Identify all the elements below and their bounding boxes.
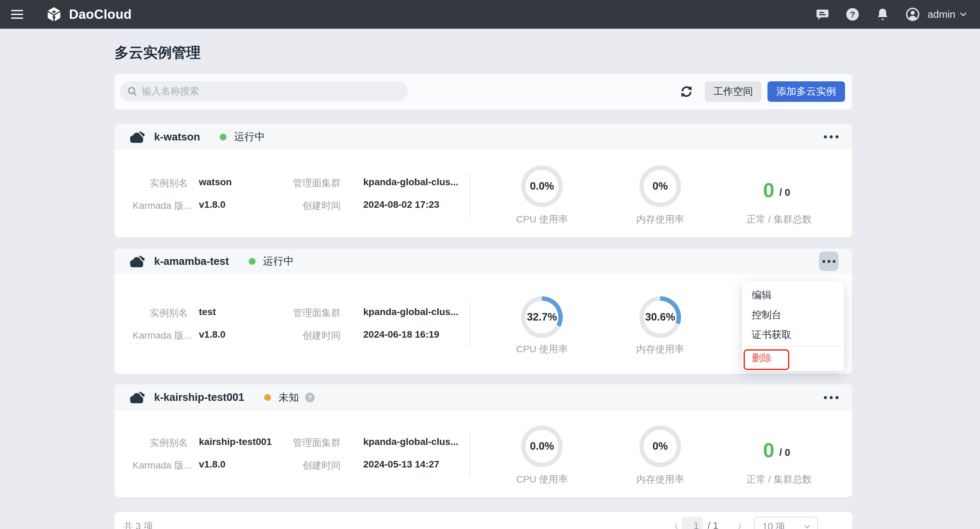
toolbar-panel: 工作空间 添加多云实例 bbox=[115, 74, 852, 109]
status-help-icon[interactable]: ? bbox=[304, 392, 315, 403]
instance-card-header: k-amamba-test 运行中 bbox=[115, 249, 852, 274]
mgmt-cluster-value: kpanda-global-clus... bbox=[363, 306, 458, 317]
memory-gauge: 30.6% bbox=[640, 296, 681, 338]
chat-icon[interactable] bbox=[815, 7, 830, 22]
username[interactable]: admin bbox=[928, 8, 955, 20]
cluster-count: 0 / 0 bbox=[763, 440, 791, 460]
alias-label: 实例别名 bbox=[132, 306, 188, 320]
refresh-button[interactable] bbox=[678, 83, 695, 100]
created-at-value: 2024-05-13 14:27 bbox=[363, 459, 439, 470]
memory-gauge-label: 内存使用率 bbox=[612, 213, 708, 226]
search-box[interactable] bbox=[120, 81, 408, 101]
avatar[interactable] bbox=[905, 7, 920, 22]
total-items-text: 共 3 项 bbox=[123, 520, 153, 529]
card-actions-ellipsis-icon[interactable] bbox=[824, 132, 838, 142]
brand[interactable]: DaoCloud bbox=[46, 0, 132, 29]
status-text: 未知 bbox=[278, 390, 299, 405]
notifications-bell-icon[interactable] bbox=[875, 7, 890, 22]
select-chevron-down-icon bbox=[803, 522, 811, 529]
hamburger-menu-icon[interactable] bbox=[11, 8, 25, 21]
instance-card: k-kairship-test001 未知 ? 实例别名 kairship-te… bbox=[115, 384, 852, 497]
mgmt-cluster-value: kpanda-global-clus... bbox=[363, 177, 458, 188]
karmada-version-value: v1.8.0 bbox=[199, 459, 226, 470]
help-icon[interactable]: ? bbox=[845, 7, 860, 22]
brand-name: DaoCloud bbox=[69, 7, 132, 22]
add-instance-button[interactable]: 添加多云实例 bbox=[767, 81, 845, 102]
status-dot bbox=[220, 134, 226, 140]
alias-value: kairship-test001 bbox=[199, 437, 272, 447]
svg-text:?: ? bbox=[308, 394, 312, 401]
karmada-version-label: Karmada 版... bbox=[132, 329, 188, 342]
navbar-actions: ? admin bbox=[800, 0, 968, 29]
cpu-gauge-label: CPU 使用率 bbox=[494, 343, 590, 356]
mgmt-cluster-value: kpanda-global-clus... bbox=[363, 437, 458, 447]
top-navbar: DaoCloud ? bbox=[0, 0, 980, 29]
karmada-version-label: Karmada 版... bbox=[132, 459, 188, 472]
cpu-gauge: 32.7% bbox=[521, 296, 563, 338]
karmada-version-value: v1.8.0 bbox=[199, 199, 226, 210]
menu-item-delete[interactable]: 删除 bbox=[742, 348, 844, 368]
instance-card: k-amamba-test 运行中 实例别名 test 管理面集群 kpanda… bbox=[115, 249, 852, 374]
instance-card-header: k-kairship-test001 未知 ? bbox=[115, 384, 852, 410]
alias-value: test bbox=[199, 306, 216, 317]
cpu-gauge: 0.0% bbox=[521, 425, 563, 467]
status-text: 运行中 bbox=[234, 130, 265, 144]
cpu-gauge-label: CPU 使用率 bbox=[494, 473, 590, 486]
divider bbox=[469, 303, 470, 347]
cloud-icon bbox=[128, 131, 145, 143]
instance-card-header: k-watson 运行中 bbox=[115, 124, 852, 150]
instance-name[interactable]: k-kairship-test001 bbox=[154, 391, 244, 403]
instance-name[interactable]: k-amamba-test bbox=[154, 255, 229, 268]
divider bbox=[469, 432, 470, 477]
menu-divider bbox=[744, 346, 842, 347]
status-text: 运行中 bbox=[263, 254, 294, 268]
created-at-value: 2024-08-02 17:23 bbox=[363, 199, 439, 210]
page-number-input[interactable] bbox=[682, 517, 703, 529]
karmada-version-label: Karmada 版... bbox=[132, 199, 188, 212]
mgmt-cluster-label: 管理面集群 bbox=[285, 177, 340, 190]
pagination-bar: 共 3 项 / 1 10 项 bbox=[115, 512, 852, 529]
memory-gauge: 0% bbox=[640, 166, 681, 207]
search-input[interactable] bbox=[142, 86, 401, 97]
created-at-label: 创建时间 bbox=[285, 199, 340, 212]
memory-gauge: 0% bbox=[640, 425, 681, 467]
menu-item-console[interactable]: 控制台 bbox=[742, 305, 844, 325]
search-icon bbox=[127, 86, 138, 97]
cloud-icon bbox=[128, 391, 145, 404]
alias-label: 实例别名 bbox=[132, 437, 188, 449]
menu-item-edit[interactable]: 编辑 bbox=[742, 285, 844, 305]
daocloud-logo-icon bbox=[46, 6, 62, 22]
user-menu-chevron-down-icon[interactable] bbox=[958, 7, 968, 22]
created-at-label: 创建时间 bbox=[285, 459, 340, 472]
instance-card: k-watson 运行中 实例别名 watson 管理面集群 kpanda-gl… bbox=[115, 124, 852, 237]
next-page-chevron-right-icon[interactable] bbox=[735, 521, 745, 529]
memory-gauge-label: 内存使用率 bbox=[612, 473, 708, 486]
mgmt-cluster-label: 管理面集群 bbox=[285, 437, 340, 449]
karmada-version-value: v1.8.0 bbox=[199, 329, 226, 340]
status-dot bbox=[264, 394, 271, 401]
page-title: 多云实例管理 bbox=[115, 43, 200, 62]
menu-item-certificate[interactable]: 证书获取 bbox=[742, 325, 844, 344]
created-at-value: 2024-06-18 16:19 bbox=[363, 329, 439, 340]
mgmt-cluster-label: 管理面集群 bbox=[285, 306, 340, 320]
actions-dropdown-menu: 编辑 控制台 证书获取 删除 bbox=[742, 281, 844, 371]
instance-name[interactable]: k-watson bbox=[154, 131, 200, 143]
cpu-gauge: 0.0% bbox=[521, 166, 563, 207]
prev-page-chevron-left-icon[interactable] bbox=[671, 521, 681, 529]
cluster-count-label: 正常 / 集群总数 bbox=[731, 473, 827, 486]
card-actions-ellipsis-icon[interactable] bbox=[824, 393, 838, 403]
memory-gauge-label: 内存使用率 bbox=[612, 343, 708, 356]
cloud-icon bbox=[128, 255, 145, 268]
page-total-text: / 1 bbox=[708, 520, 718, 529]
app-root: DaoCloud ? bbox=[0, 0, 980, 529]
divider bbox=[469, 172, 470, 218]
workspace-button[interactable]: 工作空间 bbox=[705, 81, 761, 102]
card-actions-ellipsis-icon[interactable] bbox=[819, 252, 838, 271]
status-dot bbox=[249, 258, 256, 265]
cluster-count: 0 / 0 bbox=[763, 180, 791, 201]
created-at-label: 创建时间 bbox=[285, 329, 340, 342]
page-size-select[interactable]: 10 项 bbox=[754, 517, 818, 529]
refresh-icon bbox=[679, 84, 694, 99]
page-size-value: 10 项 bbox=[762, 520, 803, 529]
cpu-gauge-label: CPU 使用率 bbox=[494, 213, 590, 226]
